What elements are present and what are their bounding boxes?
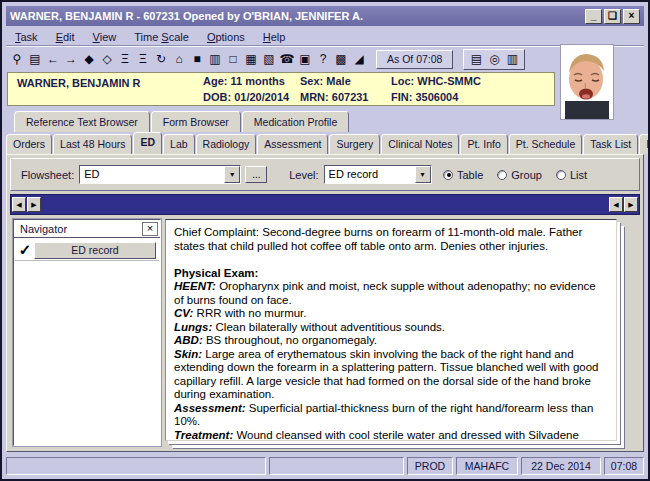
menu-view[interactable]: View: [84, 30, 126, 44]
paste-patient-icon[interactable]: ◇: [98, 50, 116, 69]
menu-bar: TaskEditViewTime ScaleOptionsHelp: [6, 28, 644, 45]
section-tab-clinical-notes[interactable]: Clinical Notes: [381, 134, 459, 154]
document-line-label: Lungs:: [174, 321, 212, 333]
as-of-button[interactable]: As Of 07:08: [376, 50, 453, 69]
section-tab-assessment[interactable]: Assessment: [257, 134, 328, 154]
banner-field-value: 01/20/2014: [231, 91, 289, 103]
scroll-left-icon[interactable]: ◀: [12, 197, 26, 212]
banner-field-label: MRN:: [300, 91, 329, 103]
navigator-item-button[interactable]: ED record: [34, 242, 156, 259]
scroll-left-icon[interactable]: ◀: [609, 197, 623, 212]
document-line: Treatment: Wound cleansed with cool ster…: [174, 429, 608, 442]
patient-search-icon[interactable]: ⚲: [8, 50, 26, 69]
copy-patient-icon[interactable]: ◆: [80, 50, 98, 69]
menu-time-scale[interactable]: Time Scale: [125, 30, 198, 44]
banner-field: Age: 11 months: [203, 75, 300, 87]
document-line: [174, 253, 608, 267]
launch-icon[interactable]: ⌂: [170, 50, 188, 69]
close-button[interactable]: ×: [623, 9, 640, 24]
banner-field-label: Age:: [203, 75, 227, 87]
restore-button[interactable]: ❏: [604, 9, 621, 24]
chart-tab-form-browser[interactable]: Form Browser: [151, 111, 241, 132]
banner-field: Sex: Male: [300, 75, 391, 87]
menu-options[interactable]: Options: [198, 30, 254, 44]
level-value: ED record: [325, 166, 415, 183]
banner-field-value: Male: [323, 75, 351, 87]
window-title: WARNER, BENJAMIN R - 607231 Opened by O'…: [10, 10, 585, 22]
banner-field-value: 11 months: [227, 75, 284, 87]
patient-name: WARNER, BENJAMIN R: [17, 75, 203, 105]
back-icon[interactable]: ←: [44, 50, 62, 69]
radio-group[interactable]: Group: [497, 169, 542, 181]
banner-field-label: Loc:: [391, 75, 414, 87]
section-tab-i-o[interactable]: I & O: [639, 134, 648, 154]
status-field-2: PROD: [407, 457, 453, 475]
menu-task[interactable]: Task: [6, 30, 47, 44]
phone-icon[interactable]: ☎: [278, 50, 296, 69]
charges-icon[interactable]: ▤: [467, 50, 485, 69]
chevron-down-icon[interactable]: ▼: [224, 166, 240, 183]
new-window-icon[interactable]: □: [224, 50, 242, 69]
section-tab-last-48-hours[interactable]: Last 48 Hours: [53, 134, 132, 154]
document-line-label: Assessment:: [174, 402, 246, 414]
title-bar[interactable]: WARNER, BENJAMIN R - 607231 Opened by O'…: [6, 6, 644, 26]
forward-icon[interactable]: →: [62, 50, 80, 69]
fullscreen-icon[interactable]: ■: [188, 50, 206, 69]
exit-icon[interactable]: ▥: [206, 50, 224, 69]
section-tab-pt-info[interactable]: Pt. Info: [460, 134, 507, 154]
time-nav-right-buttons: ◀▶: [609, 197, 638, 212]
document-line: CV: RRR with no murmur.: [174, 307, 608, 321]
save-icon[interactable]: ▦: [242, 50, 260, 69]
radio-icon: [497, 170, 507, 180]
radio-table[interactable]: Table: [443, 169, 483, 181]
chart-tab-reference-text-browser[interactable]: Reference Text Browser: [14, 111, 150, 132]
toolbar-right-group: ▤◎▥: [463, 49, 525, 70]
level-select[interactable]: ED record ▼: [324, 165, 432, 184]
close-icon[interactable]: ×: [142, 222, 158, 236]
suspend-icon[interactable]: Ξ: [116, 50, 134, 69]
banner-field: Loc: WHC-SMMC: [391, 75, 554, 87]
document-line-label: ABD:: [174, 334, 203, 346]
context-help-icon[interactable]: ?: [314, 50, 332, 69]
section-tab-orders[interactable]: Orders: [6, 134, 52, 154]
banner-column: Loc: WHC-SMMCFIN: 3506004: [391, 75, 554, 105]
banner-column: Sex: MaleMRN: 607231: [300, 75, 391, 105]
document-search-icon[interactable]: ◎: [485, 50, 503, 69]
status-field-4: 22 Dec 2014: [521, 457, 601, 475]
section-tab-lab[interactable]: Lab: [163, 134, 195, 154]
refresh-icon[interactable]: ↻: [152, 50, 170, 69]
banner-field-label: FIN:: [391, 91, 412, 103]
section-tab-ed[interactable]: ED: [133, 132, 162, 154]
document-panel: Chief Complaint: Second-degree burns on …: [165, 219, 617, 441]
menu-help[interactable]: Help: [254, 30, 295, 44]
flowsheet-select[interactable]: ED ▼: [79, 165, 241, 184]
scroll-right-icon[interactable]: ▶: [27, 197, 41, 212]
patient-photo: [560, 44, 614, 120]
chart-tab-bar: Reference Text BrowserForm BrowserMedica…: [14, 110, 350, 132]
navigator-title: Navigator: [20, 223, 142, 235]
open-chart-icon[interactable]: ▤: [26, 50, 44, 69]
scroll-right-icon[interactable]: ▶: [624, 197, 638, 212]
eraser-icon[interactable]: ◢: [350, 50, 368, 69]
navigator-panel: Navigator × ✓ED record: [13, 219, 161, 446]
radio-list[interactable]: List: [556, 169, 587, 181]
menu-edit[interactable]: Edit: [47, 30, 84, 44]
document-line: Chief Complaint: Second-degree burns on …: [174, 226, 608, 253]
section-tab-task-list[interactable]: Task List: [583, 134, 638, 154]
clipboard-icon[interactable]: ▥: [503, 50, 521, 69]
documents-icon[interactable]: ▧: [260, 50, 278, 69]
minimize-button[interactable]: _: [585, 9, 602, 24]
chart-tab-medication-profile[interactable]: Medication Profile: [242, 111, 349, 132]
time-nav-left-buttons: ◀▶: [12, 197, 41, 212]
chart-preview-icon[interactable]: ▩: [332, 50, 350, 69]
banner-field-label: DOB:: [203, 91, 231, 103]
resume-icon[interactable]: Ξ: [134, 50, 152, 69]
section-tab-pt-schedule[interactable]: Pt. Schedule: [509, 134, 583, 154]
document-line: Physical Exam:: [174, 267, 608, 281]
section-tab-surgery[interactable]: Surgery: [329, 134, 380, 154]
section-tab-radiology[interactable]: Radiology: [196, 134, 257, 154]
chevron-down-icon[interactable]: ▼: [415, 166, 431, 183]
print-icon[interactable]: ▣: [296, 50, 314, 69]
document-line: Skin: Large area of erythematous skin in…: [174, 348, 608, 402]
flowsheet-browse-button[interactable]: ...: [245, 166, 267, 183]
